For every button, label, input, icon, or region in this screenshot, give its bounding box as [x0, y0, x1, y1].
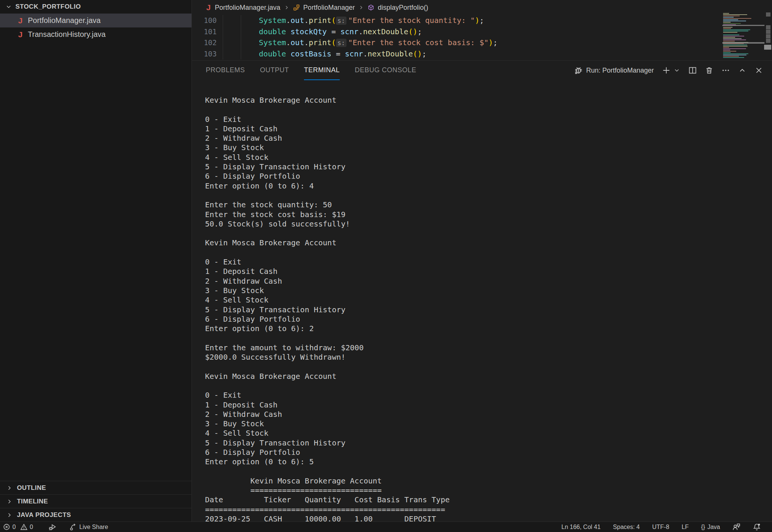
panel-tab-debug-console[interactable]: DEBUG CONSOLE: [355, 61, 416, 80]
panel-tab-output[interactable]: OUTPUT: [260, 61, 289, 80]
indentation-status[interactable]: Spaces: 4: [613, 524, 640, 530]
error-icon: [3, 523, 10, 530]
line-number: 103: [192, 49, 217, 60]
encoding-status[interactable]: UTF-8: [652, 524, 669, 530]
new-terminal-button[interactable]: [662, 66, 670, 74]
live-share-button[interactable]: Live Share: [70, 523, 108, 531]
file-item[interactable]: JTransactionHistory.java: [0, 27, 191, 41]
code-line: 101double stockQty = scnr.nextDouble();: [192, 26, 723, 38]
explorer-sidebar: STOCK_PORTFOLIO JPortfolioManager.javaJT…: [0, 0, 192, 521]
ruler-marker: [766, 12, 770, 17]
line-number: 100: [192, 15, 217, 26]
editor-region: J PortfolioManager.java PortfolioManager: [192, 0, 772, 60]
panel-actions: Run: PortfolioManager: [574, 61, 763, 80]
code-text: System.out.print(s:"Enter the stock cost…: [259, 37, 498, 49]
language-label: Java: [707, 524, 720, 530]
code-text: System.out.print(s:"Enter the stock quan…: [259, 15, 484, 27]
chevron-right-icon: [6, 485, 13, 491]
symbol-class-icon: [293, 4, 300, 11]
panel-tab-problems[interactable]: PROBLEMS: [206, 61, 245, 80]
debug-launch-button[interactable]: [49, 523, 57, 531]
file-list: JPortfolioManager.javaJTransactionHistor…: [0, 14, 191, 41]
language-status[interactable]: {} Java: [701, 524, 720, 530]
live-share-icon: [70, 523, 77, 531]
chevron-down-icon: [5, 3, 12, 10]
java-file-icon: J: [17, 30, 23, 39]
file-item[interactable]: JPortfolioManager.java: [0, 14, 191, 27]
panel-header: PROBLEMSOUTPUTTERMINALDEBUG CONSOLE Run:…: [192, 61, 772, 80]
close-panel-button[interactable]: [755, 66, 763, 74]
split-terminal-button[interactable]: [688, 66, 697, 74]
inlay-hint: s:: [336, 39, 346, 47]
maximize-panel-button[interactable]: [738, 66, 746, 74]
java-file-icon: J: [205, 3, 211, 12]
symbol-method-icon: [368, 4, 374, 11]
problems-status[interactable]: 0 0: [3, 523, 33, 530]
feedback-button[interactable]: [732, 523, 740, 531]
chevron-right-icon: [358, 5, 364, 11]
line-number: 102: [192, 37, 217, 49]
terminal-picker-label: Run: PortfolioManager: [586, 67, 654, 74]
breadcrumb-file[interactable]: PortfolioManager.java: [215, 4, 280, 12]
ruler-marker: [766, 30, 770, 34]
live-share-label: Live Share: [79, 524, 108, 530]
warning-count: 0: [30, 524, 33, 530]
debug-terminal-icon: [574, 66, 583, 75]
more-actions-button[interactable]: [722, 66, 730, 74]
sidebar-section-timeline[interactable]: TIMELINE: [0, 494, 191, 508]
ruler-marker: [766, 34, 770, 38]
file-item-label: TransactionHistory.java: [28, 30, 106, 39]
scrollbar-slider[interactable]: [764, 45, 771, 50]
bottom-panel: PROBLEMSOUTPUTTERMINALDEBUG CONSOLE Run:…: [192, 60, 772, 521]
panel-tab-terminal[interactable]: TERMINAL: [304, 61, 340, 80]
line-number: 101: [192, 26, 217, 38]
breadcrumb: J PortfolioManager.java PortfolioManager: [192, 0, 723, 15]
explorer-root-label: STOCK_PORTFOLIO: [15, 3, 81, 11]
breadcrumb-method[interactable]: displayPortfolio(): [378, 4, 428, 12]
section-label: JAVA PROJECTS: [17, 511, 71, 519]
chevron-right-icon: [6, 498, 13, 505]
inlay-hint: s:: [336, 17, 346, 25]
kill-terminal-button[interactable]: [705, 66, 713, 74]
minimap[interactable]: [722, 0, 764, 60]
ruler-marker: [766, 25, 770, 29]
editor-viewport[interactable]: 100System.out.print(s:"Enter the stock q…: [192, 15, 723, 60]
terminal-picker[interactable]: Run: PortfolioManager: [574, 66, 654, 75]
code-line: 103double costBasis = scnr.nextDouble();: [192, 49, 723, 60]
cursor-position-status[interactable]: Ln 166, Col 41: [561, 524, 600, 530]
sidebar-sections: OUTLINETIMELINEJAVA PROJECTS: [0, 481, 191, 521]
sidebar-section-java-projects[interactable]: JAVA PROJECTS: [0, 508, 191, 521]
file-item-label: PortfolioManager.java: [28, 16, 100, 25]
section-label: OUTLINE: [17, 484, 46, 492]
warning-icon: [20, 523, 27, 530]
ruler-marker: [766, 39, 770, 43]
error-count: 0: [12, 524, 16, 530]
explorer-root-header[interactable]: STOCK_PORTFOLIO: [0, 0, 191, 14]
sidebar-section-outline[interactable]: OUTLINE: [0, 481, 191, 494]
chevron-right-icon: [6, 512, 13, 518]
status-bar: 0 0: [0, 521, 772, 532]
terminal-output[interactable]: Kevin Mosca Brokerage Account 0 - Exit 1…: [205, 96, 450, 521]
terminal-dropdown-button[interactable]: [673, 67, 680, 74]
chevron-right-icon: [284, 5, 290, 11]
code-line: 100System.out.print(s:"Enter the stock q…: [192, 15, 723, 26]
breadcrumb-class[interactable]: PortfolioManager: [303, 4, 355, 12]
eol-status[interactable]: LF: [682, 524, 689, 530]
explorer-empty-space: [0, 41, 191, 481]
code-text: double stockQty = scnr.nextDouble();: [259, 26, 422, 38]
java-file-icon: J: [17, 16, 23, 25]
code-line: 102System.out.print(s:"Enter the stock c…: [192, 37, 723, 49]
vscode-window: STOCK_PORTFOLIO JPortfolioManager.javaJT…: [0, 0, 772, 532]
braces-icon: {}: [701, 524, 705, 530]
notifications-bell-button[interactable]: [753, 523, 761, 531]
section-label: TIMELINE: [17, 498, 48, 505]
code-text: double costBasis = scnr.nextDouble();: [259, 49, 427, 60]
